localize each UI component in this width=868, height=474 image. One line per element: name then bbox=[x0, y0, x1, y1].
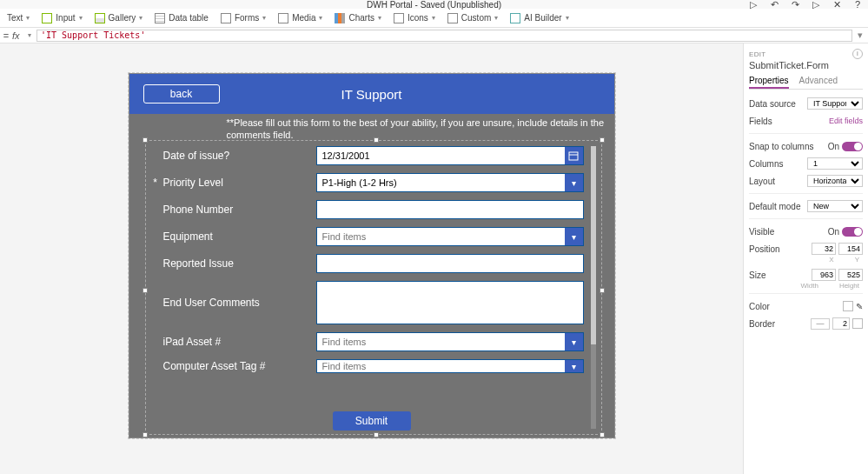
ipad-combobox[interactable]: ▾ bbox=[316, 332, 584, 351]
prop-label: Default mode bbox=[749, 202, 800, 211]
ipad-input[interactable] bbox=[317, 333, 566, 350]
field-priority-level: * Priority Level ▾ bbox=[151, 173, 596, 192]
ribbon-data-table[interactable]: Data table bbox=[155, 13, 209, 23]
field-comments: End User Comments bbox=[151, 281, 596, 324]
undo-icon[interactable]: ↶ bbox=[769, 0, 779, 10]
formula-input[interactable] bbox=[36, 30, 852, 42]
preview-icon[interactable]: ▷ bbox=[811, 0, 821, 10]
chevron-down-icon[interactable]: ▾ bbox=[565, 228, 582, 245]
resize-handle[interactable] bbox=[600, 288, 605, 293]
scrollbar-thumb[interactable] bbox=[591, 146, 596, 344]
phone-input-wrap[interactable] bbox=[316, 200, 584, 219]
run-icon[interactable]: ▷ bbox=[748, 0, 759, 10]
app-title: IT Support bbox=[341, 87, 402, 102]
field-equipment: Equipment ▾ bbox=[151, 227, 596, 246]
pane-section-label: EDIT bbox=[749, 50, 765, 58]
resize-handle[interactable] bbox=[600, 137, 605, 143]
equals-icon: = bbox=[0, 30, 12, 41]
resize-handle[interactable] bbox=[374, 432, 379, 437]
field-label: Date of issue? bbox=[160, 150, 316, 162]
phone-input[interactable] bbox=[317, 201, 583, 218]
calendar-icon[interactable] bbox=[565, 147, 582, 164]
date-input[interactable] bbox=[317, 147, 566, 164]
resize-handle[interactable] bbox=[142, 288, 148, 293]
field-label: iPad Asset # bbox=[160, 336, 316, 348]
field-phone-number: Phone Number bbox=[151, 200, 596, 219]
prop-label: Border bbox=[749, 319, 775, 329]
chevron-down-icon[interactable]: ▾ bbox=[565, 333, 582, 350]
ribbon-charts[interactable]: Charts▾ bbox=[335, 13, 381, 23]
comments-textarea[interactable] bbox=[317, 282, 583, 324]
visible-toggle[interactable] bbox=[842, 227, 863, 237]
tab-advanced[interactable]: Advanced bbox=[799, 74, 838, 89]
ribbon-gallery[interactable]: Gallery▾ bbox=[95, 13, 143, 23]
columns-select[interactable]: 1 bbox=[807, 157, 863, 170]
share-icon[interactable]: ✕ bbox=[832, 0, 842, 10]
resize-handle[interactable] bbox=[142, 137, 148, 143]
computer-combobox[interactable]: ▾ bbox=[316, 359, 584, 373]
help-icon[interactable]: ? bbox=[852, 0, 863, 10]
date-picker[interactable] bbox=[316, 146, 584, 165]
info-icon[interactable]: i bbox=[852, 49, 863, 59]
color-picker[interactable] bbox=[843, 301, 853, 311]
ribbon-media[interactable]: Media▾ bbox=[278, 13, 322, 23]
snap-toggle[interactable] bbox=[842, 142, 863, 151]
chevron-down-icon[interactable]: ▾ bbox=[565, 360, 582, 372]
resize-handle[interactable] bbox=[142, 432, 148, 437]
back-button[interactable]: back bbox=[143, 84, 220, 103]
edit-fields-link[interactable]: Edit fields bbox=[829, 117, 863, 125]
border-style-select[interactable]: — bbox=[811, 318, 830, 330]
selected-object-name: SubmitTicket.Form bbox=[749, 60, 863, 70]
ribbon-icons[interactable]: Icons▾ bbox=[394, 13, 435, 23]
form-scrollbar[interactable] bbox=[591, 146, 596, 429]
expand-formula-icon[interactable]: ▾ bbox=[852, 30, 868, 41]
gallery-icon bbox=[95, 13, 105, 23]
equipment-input[interactable] bbox=[317, 228, 566, 245]
chevron-down-icon: ▾ bbox=[566, 14, 569, 22]
ribbon-forms[interactable]: Forms▾ bbox=[221, 13, 266, 23]
resize-handle[interactable] bbox=[600, 432, 605, 437]
field-label: End User Comments bbox=[160, 297, 316, 309]
app-screen: back IT Support **Please fill out this f… bbox=[129, 73, 615, 438]
ribbon-custom[interactable]: Custom▾ bbox=[447, 13, 498, 23]
reported-issue-input-wrap[interactable] bbox=[316, 254, 584, 273]
chevron-down-icon: ▾ bbox=[139, 14, 142, 22]
computer-input[interactable] bbox=[317, 360, 566, 372]
svg-rect-0 bbox=[569, 152, 578, 160]
field-label: Phone Number bbox=[160, 204, 316, 216]
reported-issue-input[interactable] bbox=[317, 255, 583, 272]
ribbon-input[interactable]: Input▾ bbox=[42, 13, 82, 23]
design-canvas[interactable]: back IT Support **Please fill out this f… bbox=[0, 43, 743, 474]
equipment-combobox[interactable]: ▾ bbox=[316, 227, 584, 246]
chevron-down-icon: ▾ bbox=[26, 14, 30, 22]
field-ipad-asset: iPad Asset # ▾ bbox=[151, 332, 596, 351]
chevron-down-icon[interactable]: ▾ bbox=[28, 31, 36, 39]
layout-select[interactable]: Horizontal bbox=[807, 175, 863, 187]
resize-handle[interactable] bbox=[374, 137, 379, 143]
form-selection-box[interactable]: Date of issue? * Priority Level ▾ bbox=[145, 140, 602, 435]
field-label: Priority Level bbox=[160, 177, 316, 189]
eyedropper-icon[interactable]: ✎ bbox=[856, 302, 863, 311]
position-x-input[interactable] bbox=[812, 243, 836, 255]
data-source-select[interactable]: IT Support Tickets bbox=[807, 97, 863, 110]
properties-tabs: Properties Advanced bbox=[749, 74, 863, 90]
priority-value[interactable] bbox=[317, 174, 566, 191]
fx-icon[interactable]: fx bbox=[12, 30, 28, 41]
submit-button[interactable]: Submit bbox=[333, 411, 411, 431]
chevron-down-icon[interactable]: ▾ bbox=[565, 174, 582, 191]
size-width-input[interactable] bbox=[812, 269, 836, 281]
position-y-input[interactable] bbox=[838, 243, 863, 255]
ribbon-ai-builder[interactable]: AI Builder▾ bbox=[510, 13, 568, 23]
prop-label: Size bbox=[749, 270, 765, 280]
border-color-picker[interactable] bbox=[852, 318, 863, 329]
border-width-input[interactable] bbox=[832, 317, 850, 330]
ribbon-text[interactable]: Text▾ bbox=[7, 13, 30, 23]
priority-dropdown[interactable]: ▾ bbox=[316, 173, 584, 192]
default-mode-select[interactable]: New bbox=[807, 200, 863, 212]
required-asterisk: * bbox=[151, 177, 160, 189]
size-height-input[interactable] bbox=[838, 269, 863, 281]
comments-textarea-wrap[interactable] bbox=[316, 281, 584, 324]
field-date-of-issue: Date of issue? bbox=[151, 146, 596, 165]
tab-properties[interactable]: Properties bbox=[749, 74, 789, 89]
redo-icon[interactable]: ↷ bbox=[790, 0, 800, 10]
